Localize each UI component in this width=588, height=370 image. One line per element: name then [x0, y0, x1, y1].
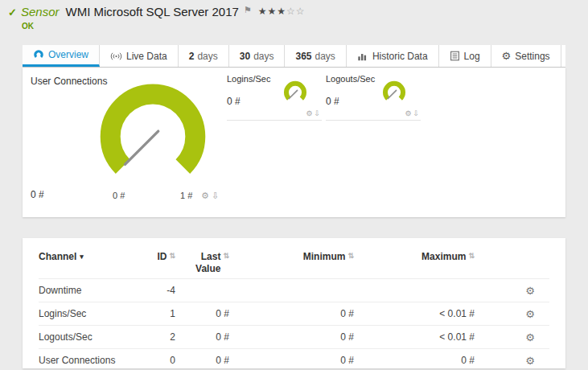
table-row: Downtime -4 ⚙: [39, 278, 549, 302]
main-gauge-max-label: 1 #: [180, 191, 192, 200]
logins-gauge: [282, 78, 309, 105]
column-label: Maximum: [421, 251, 466, 263]
column-header-id[interactable]: ID ⇅: [135, 251, 175, 263]
cell-minimum: 0 #: [229, 349, 354, 370]
channel-table-panel: Channel ▾ ID ⇅ Last Value ⇅ Minimum ⇅ Ma…: [23, 238, 565, 368]
table-header-row: Channel ▾ ID ⇅ Last Value ⇅ Minimum ⇅ Ma…: [39, 251, 549, 278]
flag-icon[interactable]: ⚑: [244, 5, 252, 15]
sort-desc-icon: ▾: [80, 253, 84, 261]
column-label: Minimum: [303, 251, 346, 263]
cell-id: 2: [135, 326, 175, 348]
tab-num: 2: [189, 51, 195, 62]
column-header-minimum[interactable]: Minimum ⇅: [229, 251, 354, 263]
sort-icon: ⇅: [169, 252, 175, 261]
logins-gauge-value: 0 #: [227, 96, 241, 107]
tab-2-days[interactable]: 2 days: [179, 45, 229, 67]
logins-gauge-block: Logins/Sec 0 # ⚙⇩: [227, 74, 322, 121]
table-row: User Connections 0 0 # 0 # 0 # ⚙: [39, 348, 549, 370]
document-icon: [450, 51, 460, 61]
tab-label: Overview: [48, 49, 88, 60]
tab-num: 365: [295, 51, 311, 62]
logouts-gauge: [380, 78, 408, 105]
logouts-gauge-block: Logouts/Sec 0 # ⚙⇩: [326, 74, 421, 121]
cell-channel: Downtime: [39, 279, 135, 302]
download-icon[interactable]: ⇩: [212, 191, 221, 200]
tab-unit: days: [253, 51, 273, 62]
table-row: Logins/Sec 1 0 # 0 # < 0.01 # ⚙: [39, 302, 549, 325]
cell-minimum: [229, 279, 354, 302]
sensor-header: Sensor WMI Microsoft SQL Server 2017 ⚑ ★…: [21, 5, 306, 18]
gear-icon[interactable]: ⚙: [201, 191, 212, 200]
tab-bar: Overview Live Data 2 days 30 days 365 da…: [23, 45, 565, 68]
main-gauge-toolbar: ⚙⇩: [201, 191, 221, 201]
sort-icon: ⇅: [223, 252, 229, 261]
column-label: ID: [157, 251, 167, 263]
cell-maximum: 0 #: [354, 349, 475, 370]
cell-minimum: 0 #: [229, 302, 354, 325]
cell-actions: ⚙: [475, 326, 549, 348]
tab-label: Live Data: [126, 51, 167, 62]
tab-unit: days: [197, 51, 217, 62]
gear-icon: ⚙: [502, 50, 512, 62]
cell-channel: Logouts/Sec: [39, 326, 135, 348]
cell-last-value: 0 #: [175, 349, 229, 370]
tab-unit: days: [315, 51, 335, 62]
channel-settings-icon[interactable]: ⚙: [525, 308, 535, 320]
cell-id: 1: [135, 302, 175, 325]
table-row: Logouts/Sec 2 0 # 0 # < 0.01 # ⚙: [39, 325, 549, 348]
tab-live-data[interactable]: Live Data: [100, 45, 179, 67]
cell-last-value: 0 #: [175, 326, 229, 348]
tab-30-days[interactable]: 30 days: [229, 45, 286, 67]
logouts-gauge-toolbar: ⚙⇩: [405, 109, 421, 117]
status-check-icon: ✓: [8, 6, 17, 18]
cell-last-value: 0 #: [175, 302, 229, 325]
bar-chart-icon: [357, 51, 368, 61]
gear-icon[interactable]: ⚙: [306, 109, 314, 117]
tab-label: Settings: [515, 51, 549, 62]
cell-id: -4: [135, 279, 175, 302]
sort-icon: ⇅: [347, 252, 354, 261]
cell-maximum: < 0.01 #: [354, 302, 475, 325]
sensor-kind-label: Sensor: [21, 5, 60, 18]
tab-label: Historic Data: [372, 51, 428, 62]
channel-settings-icon[interactable]: ⚙: [525, 285, 535, 297]
cell-actions: ⚙: [475, 349, 549, 370]
page-title: WMI Microsoft SQL Server 2017: [66, 5, 239, 18]
cell-actions: ⚙: [475, 302, 549, 325]
cell-channel: Logins/Sec: [39, 302, 135, 325]
column-header-maximum[interactable]: Maximum ⇅: [354, 251, 475, 263]
cell-maximum: [354, 279, 475, 302]
tab-overview[interactable]: Overview: [23, 45, 100, 67]
column-header-last-value[interactable]: Last Value ⇅: [175, 251, 229, 275]
tab-label: Log: [464, 51, 480, 62]
cell-minimum: 0 #: [229, 326, 354, 348]
stars-filled[interactable]: ★★★: [258, 6, 286, 17]
user-connections-gauge: [76, 71, 230, 195]
tab-log[interactable]: Log: [439, 45, 491, 67]
stars-empty[interactable]: ☆☆: [286, 6, 306, 17]
tab-settings[interactable]: ⚙ Settings: [491, 45, 561, 67]
cell-actions: ⚙: [475, 279, 549, 302]
channel-settings-icon[interactable]: ⚙: [525, 355, 535, 367]
sort-icon: ⇅: [468, 252, 475, 261]
cell-id: 0: [135, 349, 175, 370]
download-icon[interactable]: ⇩: [413, 109, 421, 117]
main-gauge-min-label: 0 #: [113, 191, 125, 200]
status-badge: OK: [22, 22, 34, 31]
cell-channel: User Connections: [39, 349, 135, 370]
gauges-panel: User Connections 0 # 0 # 1 # ⚙⇩ Logins/S…: [23, 68, 565, 217]
column-header-channel[interactable]: Channel ▾: [39, 251, 135, 263]
download-icon[interactable]: ⇩: [314, 109, 322, 117]
gear-icon[interactable]: ⚙: [405, 109, 413, 117]
column-label: Last Value: [185, 251, 220, 275]
tab-365-days[interactable]: 365 days: [285, 45, 346, 67]
gauge-icon: [33, 49, 44, 60]
cell-last-value: [175, 279, 229, 302]
broadcast-icon: [110, 51, 122, 62]
priority-stars[interactable]: ★★★☆☆: [258, 6, 306, 17]
tab-historic-data[interactable]: Historic Data: [347, 45, 439, 67]
column-label: Channel: [39, 251, 76, 263]
tab-num: 30: [240, 51, 250, 62]
channel-settings-icon[interactable]: ⚙: [525, 331, 535, 343]
main-gauge-value: 0 #: [31, 189, 44, 200]
